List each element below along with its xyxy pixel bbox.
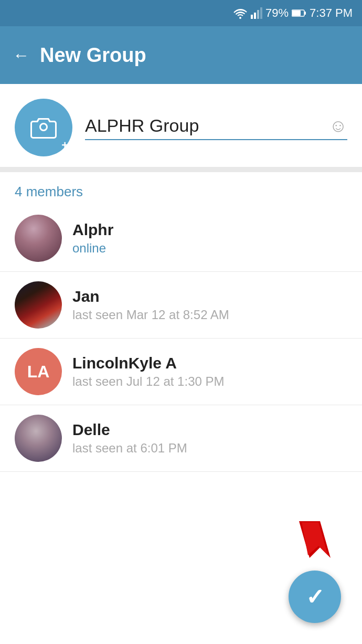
member-name: Jan xyxy=(72,288,229,305)
svg-rect-6 xyxy=(304,12,306,15)
member-name: Alphr xyxy=(72,221,113,239)
member-list: Alphr online Jan last seen Mar 12 at 8:5… xyxy=(0,205,362,472)
header: ← New Group xyxy=(0,26,362,84)
camera-button[interactable]: + xyxy=(15,99,72,156)
members-section: 4 members xyxy=(0,172,362,200)
member-status: last seen Jul 12 at 1:30 PM xyxy=(72,374,225,389)
confirm-button[interactable]: ✓ xyxy=(289,571,341,623)
battery-icon xyxy=(292,9,306,17)
emoji-button[interactable]: ☺ xyxy=(329,115,347,136)
member-info: Jan last seen Mar 12 at 8:52 AM xyxy=(72,288,229,322)
back-button[interactable]: ← xyxy=(13,46,29,65)
arrow-indicator xyxy=(291,516,338,565)
page-title: New Group xyxy=(40,44,146,67)
list-item: Alphr online xyxy=(0,205,362,272)
avatar xyxy=(15,215,62,262)
member-status: online xyxy=(72,241,113,256)
svg-rect-0 xyxy=(251,15,253,19)
group-name-section: + ☺ xyxy=(0,84,362,172)
svg-rect-3 xyxy=(260,7,262,19)
svg-rect-1 xyxy=(254,13,256,19)
list-item: Jan last seen Mar 12 at 8:52 AM xyxy=(0,272,362,339)
member-status: last seen at 6:01 PM xyxy=(72,441,187,456)
time-text: 7:37 PM xyxy=(310,6,353,20)
member-name: LincolnKyle A xyxy=(72,354,225,372)
status-icons: 79% 7:37 PM xyxy=(233,6,353,20)
member-info: LincolnKyle A last seen Jul 12 at 1:30 P… xyxy=(72,354,225,389)
svg-rect-2 xyxy=(257,10,259,19)
group-name-input[interactable] xyxy=(85,115,347,140)
svg-rect-5 xyxy=(292,10,301,16)
wifi-icon xyxy=(233,7,248,19)
group-name-wrapper: ☺ xyxy=(85,115,347,140)
signal-icon xyxy=(251,7,262,19)
status-bar: 79% 7:37 PM xyxy=(0,0,362,26)
member-status: last seen Mar 12 at 8:52 AM xyxy=(72,308,229,322)
camera-icon xyxy=(30,117,57,139)
avatar: LA xyxy=(15,348,62,395)
list-item: LA LincolnKyle A last seen Jul 12 at 1:3… xyxy=(0,339,362,405)
avatar xyxy=(15,415,62,462)
avatar xyxy=(15,281,62,329)
add-photo-badge: + xyxy=(61,139,68,152)
member-info: Delle last seen at 6:01 PM xyxy=(72,421,187,456)
arrow-down-icon xyxy=(291,516,338,563)
member-info: Alphr online xyxy=(72,221,113,256)
battery-text: 79% xyxy=(265,6,289,20)
check-icon: ✓ xyxy=(306,584,324,610)
member-name: Delle xyxy=(72,421,187,439)
fab-area: ✓ xyxy=(289,516,341,623)
list-item: Delle last seen at 6:01 PM xyxy=(0,405,362,472)
members-count: 4 members xyxy=(15,184,347,200)
